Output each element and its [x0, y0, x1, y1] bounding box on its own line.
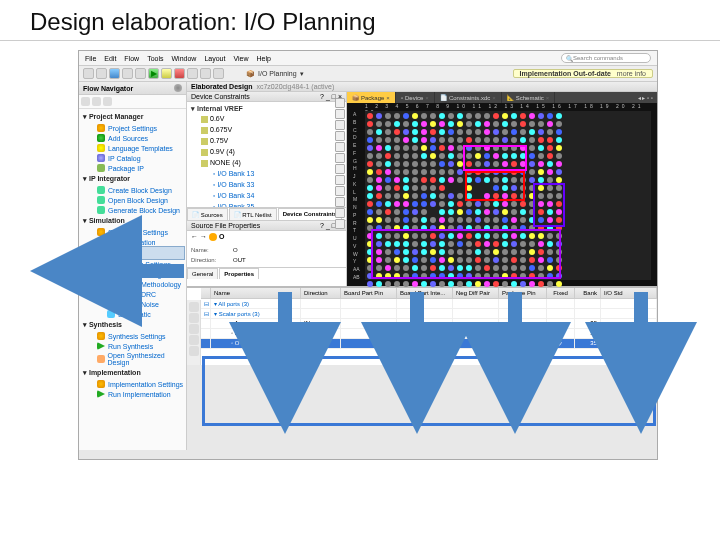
menu-view[interactable]: View — [233, 55, 248, 62]
menu-flow[interactable]: Flow — [124, 55, 139, 62]
nav-item[interactable]: Add Sources — [83, 133, 184, 143]
col-pkgpin[interactable]: Package Pin — [499, 288, 547, 298]
vtool[interactable] — [335, 197, 345, 207]
nav-item[interactable]: Simulation Settings — [83, 227, 184, 237]
vtool[interactable] — [335, 131, 345, 141]
tab-general[interactable]: General — [187, 268, 218, 279]
toolbar-btn[interactable] — [109, 68, 120, 79]
nav-item[interactable]: Report DRC — [83, 289, 184, 299]
vtool[interactable] — [335, 109, 345, 119]
nav-item[interactable]: Schematic — [83, 309, 184, 319]
nav-item[interactable]: Language Templates — [83, 143, 184, 153]
vtool[interactable] — [335, 175, 345, 185]
status-chip[interactable]: Implementation Out-of-date more info — [513, 69, 653, 78]
ports-tool[interactable] — [189, 302, 199, 312]
toolbar-btn[interactable] — [83, 68, 94, 79]
vtool[interactable] — [335, 98, 345, 108]
tree-root[interactable]: ▾ Internal VREF — [191, 105, 342, 113]
ports-tool[interactable] — [189, 313, 199, 323]
nav-item[interactable]: Report Noise — [83, 299, 184, 309]
nav-item[interactable]: Project Settings — [83, 123, 184, 133]
toolbar-btn[interactable] — [161, 68, 172, 79]
nav-item[interactable]: Create Block Design — [83, 185, 184, 195]
nav-item[interactable]: Implementation Settings — [83, 379, 184, 389]
nav-item[interactable]: Generate Block Design — [83, 205, 184, 215]
vtool[interactable] — [335, 153, 345, 163]
tab-sources[interactable]: 📄 Sources — [187, 208, 228, 220]
table-row[interactable]: ◦ OOUTL21 ▾✓35LVCMOS18 ▾ — [201, 339, 657, 349]
tree-node[interactable]: 0.675V — [191, 124, 342, 135]
nav-section[interactable]: ▾ Implementation — [83, 367, 184, 379]
nav-section[interactable]: ▾ IP Integrator — [83, 173, 184, 185]
tab-schematic[interactable]: 📐 Schematic × — [502, 92, 556, 103]
col-boardint[interactable]: Board Part Inte... — [397, 288, 453, 298]
toolbar-btn[interactable] — [213, 68, 224, 79]
close-icon[interactable]: × — [386, 95, 390, 101]
vtool[interactable] — [335, 186, 345, 196]
nav-item[interactable]: Run Synthesis — [83, 341, 184, 351]
tree-node[interactable]: 0.9V (4) — [191, 146, 342, 157]
nav-item[interactable]: Package IP — [83, 163, 184, 173]
nav-section[interactable]: ▾ Project Manager — [83, 111, 184, 123]
table-row[interactable]: ◦ BING22 ▾✓35LVCMOS18 ▾ — [201, 329, 657, 339]
tab-device-constraints[interactable]: Device Constraints — [278, 208, 342, 220]
nav-section[interactable]: ▾ RTL Analysis — [82, 246, 185, 260]
nav-item[interactable]: Open Synthesized Design — [83, 351, 184, 367]
gear-icon[interactable] — [174, 84, 182, 92]
menu-tools[interactable]: Tools — [147, 55, 163, 62]
toolbar-btn[interactable] — [187, 68, 198, 79]
tree-node[interactable]: ▫ I/O Bank 34 — [191, 190, 342, 201]
tab-properties[interactable]: Properties — [219, 268, 259, 279]
col-fixed[interactable]: Fixed — [547, 288, 575, 298]
col-name[interactable]: Name — [211, 288, 301, 298]
toolbar-btn[interactable] — [135, 68, 146, 79]
tab-device[interactable]: ▫ Device × — [396, 92, 435, 103]
nav-item[interactable]: Synthesis Settings — [83, 331, 184, 341]
constraints-tree[interactable]: ▾ Internal VREF 0.6V0.675V0.75V0.9V (4)N… — [187, 102, 346, 207]
col-boardpin[interactable]: Board Part Pin — [341, 288, 397, 298]
nav-tool[interactable] — [92, 97, 101, 106]
ports-tool[interactable] — [189, 335, 199, 345]
vtool[interactable] — [335, 120, 345, 130]
nav-item[interactable]: Report Methodology — [83, 279, 184, 289]
col-direction[interactable]: Direction — [301, 288, 341, 298]
tree-node[interactable]: ▫ I/O Bank 33 — [191, 179, 342, 190]
table-row[interactable]: ◦ AINP22 ▾✓35LVCMOS18 ▾ — [201, 319, 657, 329]
menu-help[interactable]: Help — [256, 55, 270, 62]
col-negdiff[interactable]: Neg Diff Pair — [453, 288, 499, 298]
nav-tool[interactable] — [81, 97, 90, 106]
menu-layout[interactable]: Layout — [204, 55, 225, 62]
col-q[interactable] — [201, 288, 211, 298]
tab-rtl-netlist[interactable]: 📄 RTL Netlist — [229, 208, 277, 220]
menu-file[interactable]: File — [85, 55, 96, 62]
tab-package[interactable]: 📦 Package × — [347, 92, 396, 103]
toolbar-btn[interactable] — [200, 68, 211, 79]
nav-item[interactable]: IP Catalog — [83, 153, 184, 163]
tab-constraints[interactable]: 📄 Constraints.xdc × — [435, 92, 502, 103]
vtool[interactable] — [335, 219, 345, 229]
tree-node[interactable]: NONE (4) — [191, 157, 342, 168]
table-row[interactable]: ⊟▾ Scalar ports (3) — [201, 309, 657, 319]
search-input[interactable]: 🔍 Search commands — [561, 53, 651, 63]
nav-section[interactable]: ▾ Synthesis — [83, 319, 184, 331]
breadcrumb[interactable]: 📦 I/O Planning ▾ — [246, 70, 304, 78]
col-iostd[interactable]: I/O Std — [601, 288, 657, 298]
toolbar-btn[interactable] — [122, 68, 133, 79]
menu-window[interactable]: Window — [171, 55, 196, 62]
nav-tool[interactable] — [103, 97, 112, 106]
vtool[interactable] — [335, 208, 345, 218]
tree-node[interactable]: ▫ I/O Bank 13 — [191, 168, 342, 179]
toolbar-btn[interactable] — [96, 68, 107, 79]
forward-icon[interactable]: → — [200, 233, 207, 241]
tree-node[interactable]: 0.6V — [191, 113, 342, 124]
chip-view[interactable]: 1 2 3 4 5 6 7 8 9 10 11 12 13 14 15 16 1… — [347, 103, 657, 286]
nav-section[interactable]: ▾ Simulation — [83, 215, 184, 227]
back-icon[interactable]: ← — [191, 233, 198, 241]
nav-item[interactable]: Elaborated Design — [83, 269, 184, 279]
vtool[interactable] — [335, 164, 345, 174]
nav-item[interactable]: Run Implementation — [83, 389, 184, 399]
ports-tool[interactable] — [189, 324, 199, 334]
toolbar-btn[interactable] — [174, 68, 185, 79]
ports-tool[interactable] — [189, 346, 199, 356]
nav-item[interactable]: Elaboration Settings — [83, 259, 184, 269]
